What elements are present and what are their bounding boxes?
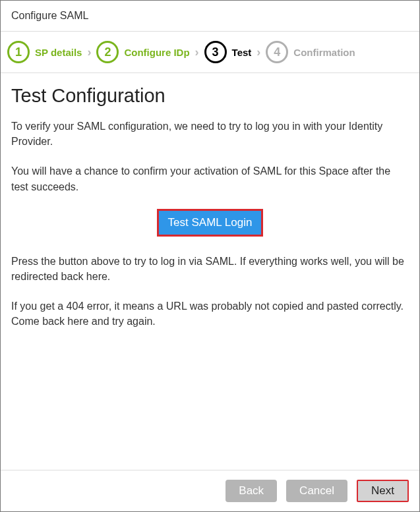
intro-text-1: To verify your SAML configuration, we ne… bbox=[11, 119, 409, 149]
step-number-1: 1 bbox=[7, 41, 30, 63]
back-button[interactable]: Back bbox=[225, 480, 277, 502]
step-label-2: Configure IDp bbox=[124, 47, 189, 58]
help-text-2: If you get a 404 error, it means a URL w… bbox=[11, 299, 409, 329]
chevron-right-icon: › bbox=[254, 45, 263, 59]
dialog-header: Configure SAML bbox=[1, 1, 419, 32]
page-heading: Test Configuration bbox=[11, 85, 409, 107]
next-button[interactable]: Next bbox=[357, 480, 409, 502]
cancel-button[interactable]: Cancel bbox=[286, 480, 347, 502]
step-sp-details[interactable]: 1 SP details bbox=[7, 41, 82, 63]
step-number-3: 3 bbox=[204, 41, 227, 63]
step-test: 3 Test bbox=[204, 41, 252, 63]
step-number-4: 4 bbox=[266, 41, 288, 63]
step-label-4: Confirmation bbox=[293, 47, 355, 58]
step-number-2: 2 bbox=[96, 41, 119, 63]
main-content: Test Configuration To verify your SAML c… bbox=[1, 73, 419, 470]
intro-text-2: You will have a chance to confirm your a… bbox=[11, 163, 409, 194]
chevron-right-icon: › bbox=[193, 45, 202, 59]
step-configure-idp[interactable]: 2 Configure IDp bbox=[96, 41, 189, 63]
step-label-3: Test bbox=[232, 47, 252, 58]
test-button-container: Test SAML Login bbox=[11, 209, 409, 237]
step-label-1: SP details bbox=[35, 47, 82, 58]
help-text-1: Press the button above to try to log in … bbox=[11, 254, 409, 284]
dialog-title: Configure SAML bbox=[11, 10, 88, 21]
wizard-stepper: 1 SP details › 2 Configure IDp › 3 Test … bbox=[1, 32, 419, 73]
test-saml-login-button[interactable]: Test SAML Login bbox=[157, 209, 264, 237]
dialog-footer: Back Cancel Next bbox=[1, 470, 419, 511]
chevron-right-icon: › bbox=[84, 45, 94, 59]
step-confirmation: 4 Confirmation bbox=[266, 41, 355, 63]
